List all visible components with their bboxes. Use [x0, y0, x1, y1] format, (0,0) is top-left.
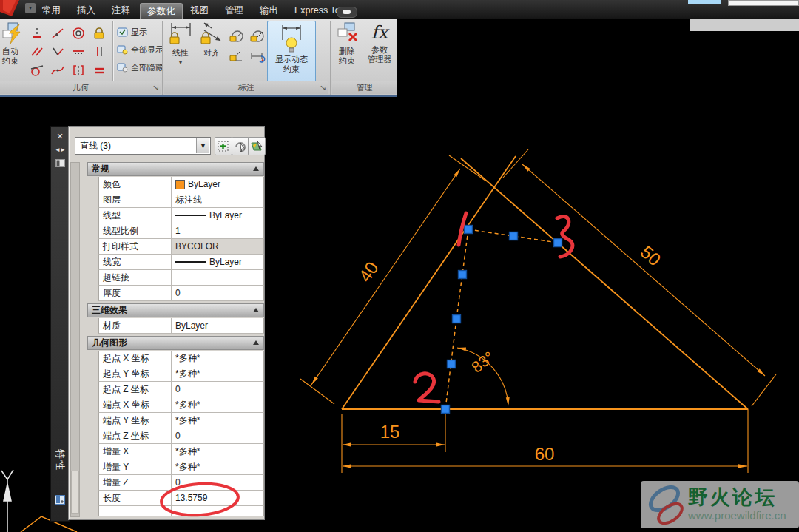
- triangle-outline: [342, 156, 748, 409]
- property-row-color[interactable]: 颜色 ByLayer: [98, 177, 264, 192]
- partial-white-geometry: [1, 470, 13, 532]
- property-row-start-x[interactable]: 起点 X 坐标 *多种*: [98, 351, 264, 366]
- palette-properties-menu-icon[interactable]: [54, 159, 66, 169]
- property-row-plotstyle[interactable]: 打印样式 BYCOLOR: [98, 239, 264, 255]
- object-type-selector[interactable]: 直线 (3) ▼: [75, 137, 211, 155]
- property-row-delta-z[interactable]: 增量 Z 0: [98, 475, 264, 491]
- palette-autohide-icon[interactable]: ◄►: [54, 145, 66, 155]
- watermark-url[interactable]: www.proewildfire.cn: [688, 509, 786, 522]
- property-row-linetype[interactable]: 线型 ByLayer: [98, 208, 264, 223]
- property-row-linetype-scale[interactable]: 线型比例 1: [98, 223, 264, 239]
- palette-scrollbar[interactable]: [70, 162, 80, 517]
- selected-lines-dashed[interactable]: [445, 229, 558, 409]
- watermark-title: 野火论坛: [688, 484, 777, 511]
- linetype-sample: [175, 215, 206, 216]
- collapse-caret-icon[interactable]: [253, 340, 259, 345]
- red-mark-3: [557, 217, 573, 257]
- palette-close-icon[interactable]: ✕: [54, 131, 66, 141]
- property-row-length[interactable]: 长度 13.5759: [98, 491, 264, 506]
- property-row-start-z[interactable]: 起点 Z 坐标 0: [98, 382, 264, 397]
- select-objects-icon: [234, 140, 247, 153]
- palette-body: 直线 (3) ▼ 常规 颜色: [68, 126, 265, 520]
- collapse-caret-icon[interactable]: [253, 166, 259, 171]
- collapse-caret-icon[interactable]: [253, 308, 259, 312]
- property-row-end-y[interactable]: 端点 Y 坐标 *多种*: [98, 413, 264, 428]
- section-header-3d-effects[interactable]: 三维效果: [87, 303, 264, 317]
- dimension-extension-lines: [300, 149, 776, 473]
- property-row-end-z[interactable]: 端点 Z 坐标 0: [98, 428, 264, 444]
- watermark-logo-icon: [644, 482, 690, 527]
- selector-dropdown-arrow[interactable]: ▼: [196, 138, 209, 153]
- palette-content: 常规 颜色 ByLayer 图层 标注线 线型 ByLayer 线型比例 1: [87, 162, 264, 516]
- property-row-hyperlink[interactable]: 超链接: [98, 270, 264, 286]
- dimension-lines: [311, 164, 765, 466]
- toggle-pickadd-button[interactable]: [215, 137, 232, 155]
- dim-text-angle[interactable]: 83°: [468, 348, 497, 376]
- property-row-delta-x[interactable]: 增量 X *多种*: [98, 444, 264, 459]
- property-row-partial: [98, 506, 264, 516]
- dim-text-40[interactable]: 40: [354, 258, 382, 286]
- dim-text-15[interactable]: 15: [380, 422, 400, 442]
- palette-scrollbar-thumb[interactable]: [71, 471, 79, 514]
- dim-text-50[interactable]: 50: [637, 242, 665, 270]
- property-row-material[interactable]: 材质 ByLayer: [98, 318, 264, 334]
- red-mark-2: [415, 374, 439, 402]
- properties-palette: ✕ ◄► 特性 直线 (3) ▼: [50, 126, 265, 520]
- property-row-layer[interactable]: 图层 标注线: [98, 192, 264, 208]
- autocad-window: ▾ 常用 插入 注释 参数化 视图 管理 输出 Express Tools 自动: [0, 0, 799, 532]
- select-objects-button[interactable]: [232, 137, 249, 155]
- dim-text-60[interactable]: 60: [535, 444, 555, 464]
- color-swatch: [175, 180, 185, 189]
- pickadd-icon: [217, 140, 230, 153]
- selection-grips[interactable]: [442, 226, 562, 414]
- property-row-thickness[interactable]: 厚度 0: [98, 286, 264, 301]
- property-row-end-x[interactable]: 端点 X 坐标 *多种*: [98, 397, 264, 413]
- property-row-lineweight[interactable]: 线宽 ByLayer: [98, 255, 264, 270]
- palette-settings-icon[interactable]: [54, 495, 66, 505]
- palette-tab-label: 特性: [53, 449, 67, 465]
- section-header-geometry[interactable]: 几何图形: [87, 336, 264, 350]
- palette-title-strip: ✕ ◄► 特性: [50, 126, 70, 522]
- section-header-general[interactable]: 常规: [87, 162, 264, 176]
- watermark: 野火论坛 www.proewildfire.cn: [641, 481, 799, 528]
- property-row-start-y[interactable]: 起点 Y 坐标 *多种*: [98, 366, 264, 382]
- quick-select-icon: [250, 140, 263, 153]
- quick-select-button[interactable]: [248, 137, 266, 155]
- lineweight-sample: [175, 261, 206, 263]
- property-row-delta-y[interactable]: 增量 Y *多种*: [98, 459, 264, 475]
